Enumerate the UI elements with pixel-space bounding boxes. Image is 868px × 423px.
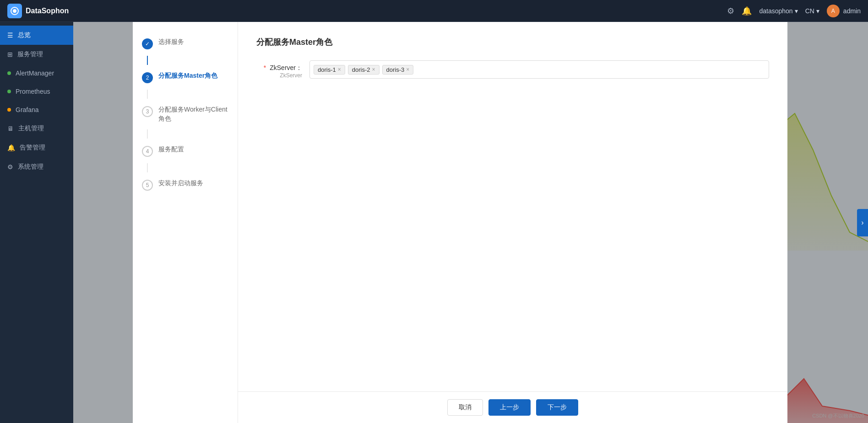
topbar: DataSophon ⚙ 🔔 datasophon ▾ CN ▾ A admin [0,0,868,22]
admin-label: admin [843,7,861,15]
step-connector-1 [147,56,148,65]
sidebar-item-label-alert: 告警管理 [20,144,45,152]
sidebar-item-system-mgmt[interactable]: ⚙ 系统管理 [0,157,73,177]
step-circle-3: 3 [142,106,153,117]
sidebar-item-label-service: 服务管理 [17,50,43,59]
user-dropdown-label: datasophon [759,7,792,15]
sidebar-item-host-mgmt[interactable]: 🖥 主机管理 [0,119,73,138]
tag-label-1: doris-1 [318,66,336,73]
sidebar-item-prometheus[interactable]: Prometheus [0,82,73,101]
admin-user[interactable]: A admin [827,5,861,17]
svg-point-1 [13,9,16,13]
logo-text: DataSophon [26,7,69,15]
host-icon: 🖥 [7,125,14,132]
dot-orange-icon [7,108,11,112]
step-connector-4 [147,163,148,172]
tag-doris-1[interactable]: doris-1 × [314,65,345,75]
user-dropdown[interactable]: datasophon ▾ [759,7,797,15]
tag-label-3: doris-3 [386,66,405,73]
sidebar-item-grafana[interactable]: Grafana [0,101,73,119]
step-label-1: 选择服务 [158,37,184,47]
tag-close-3[interactable]: × [406,66,409,73]
step-circle-2: 2 [142,72,153,83]
settings-icon[interactable]: ⚙ [727,6,734,16]
expand-button[interactable]: › [857,209,868,236]
form-label-group: * ZkServer： ZkServer [256,60,302,79]
form-label: * ZkServer： [256,60,302,72]
logo-icon [7,4,22,18]
content-area: ✓ 选择服务 2 分配服务Master角色 3 分配服务Worker与Clien… [73,22,868,423]
wizard-container: ✓ 选择服务 2 分配服务Master角色 3 分配服务Worker与Clien… [133,22,787,423]
step-label-3: 分配服务Worker与Client角色 [158,105,228,123]
next-button[interactable]: 下一步 [536,399,578,416]
lang-dropdown[interactable]: CN ▾ [805,7,819,15]
sidebar: ☰ 总览 ⊞ 服务管理 AlertManager Prometheus Graf… [0,22,73,423]
field-label-text: ZkServer： [270,64,302,71]
chevron-down-icon-lang: ▾ [816,7,819,15]
overview-icon: ☰ [7,32,13,39]
sidebar-item-alert-mgmt[interactable]: 🔔 告警管理 [0,138,73,157]
step-3[interactable]: 3 分配服务Worker与Client角色 [133,99,238,129]
required-marker: * [264,64,266,71]
lang-dropdown-label: CN [805,7,814,15]
panel-body: 分配服务Master角色 * ZkServer： ZkServer [238,22,787,391]
steps-panel: ✓ 选择服务 2 分配服务Master角色 3 分配服务Worker与Clien… [133,22,238,423]
step-label-4: 服务配置 [158,145,184,154]
panel-title: 分配服务Master角色 [256,37,769,48]
step-connector-3 [147,129,148,139]
tag-close-2[interactable]: × [372,66,375,73]
main-layout: ☰ 总览 ⊞ 服务管理 AlertManager Prometheus Graf… [0,22,868,423]
bell-icon[interactable]: 🔔 [742,6,752,16]
tag-label-2: doris-2 [352,66,370,73]
dot-green-icon [7,71,11,75]
tags-input-zkserver[interactable]: doris-1 × doris-2 × doris-3 × [309,60,769,79]
step-2[interactable]: 2 分配服务Master角色 [133,65,238,90]
sidebar-item-label-host: 主机管理 [18,124,44,133]
sidebar-item-label-overview: 总览 [18,31,31,39]
sidebar-item-alertmanager[interactable]: AlertManager [0,64,73,82]
step-circle-4: 4 [142,146,153,157]
avatar: A [827,5,840,17]
sidebar-item-label-alertmanager: AlertManager [16,70,54,77]
sidebar-item-label-system: 系统管理 [18,163,43,171]
chevron-right-icon: › [861,219,863,227]
sidebar-item-label-prometheus: Prometheus [16,88,50,95]
step-label-2: 分配服务Master角色 [158,71,217,80]
tag-doris-3[interactable]: doris-3 × [382,65,414,75]
topbar-left: DataSophon [7,4,69,18]
step-1[interactable]: ✓ 选择服务 [133,31,238,56]
watermark: CSDN @不以物喜2020 [812,412,864,419]
step-4[interactable]: 4 服务配置 [133,139,238,163]
step-5[interactable]: 5 安装并启动服务 [133,172,238,197]
alert-icon: 🔔 [7,144,15,151]
sidebar-item-overview[interactable]: ☰ 总览 [0,26,73,45]
topbar-right: ⚙ 🔔 datasophon ▾ CN ▾ A admin [727,5,861,17]
panel-footer: 取消 上一步 下一步 [238,391,787,423]
modal-overlay: ✓ 选择服务 2 分配服务Master角色 3 分配服务Worker与Clien… [73,22,868,423]
tag-doris-2[interactable]: doris-2 × [348,65,380,75]
step-circle-1: ✓ [142,38,153,49]
chevron-down-icon: ▾ [795,7,798,15]
tag-close-1[interactable]: × [338,66,341,73]
prev-button[interactable]: 上一步 [488,399,531,416]
dot-green-icon-prometheus [7,90,11,93]
system-icon: ⚙ [7,163,13,171]
main-panel: 分配服务Master角色 * ZkServer： ZkServer [238,22,787,423]
cancel-button[interactable]: 取消 [447,399,483,416]
form-sublabel: ZkServer [256,72,302,79]
apps-icon: ⊞ [7,51,13,58]
step-connector-2 [147,90,148,99]
form-row-zkserver: * ZkServer： ZkServer doris-1 × [256,60,769,79]
sidebar-item-label-grafana: Grafana [16,106,39,113]
step-circle-5: 5 [142,180,153,191]
step-label-5: 安装并启动服务 [158,179,203,188]
sidebar-item-service-mgmt[interactable]: ⊞ 服务管理 [0,45,73,64]
